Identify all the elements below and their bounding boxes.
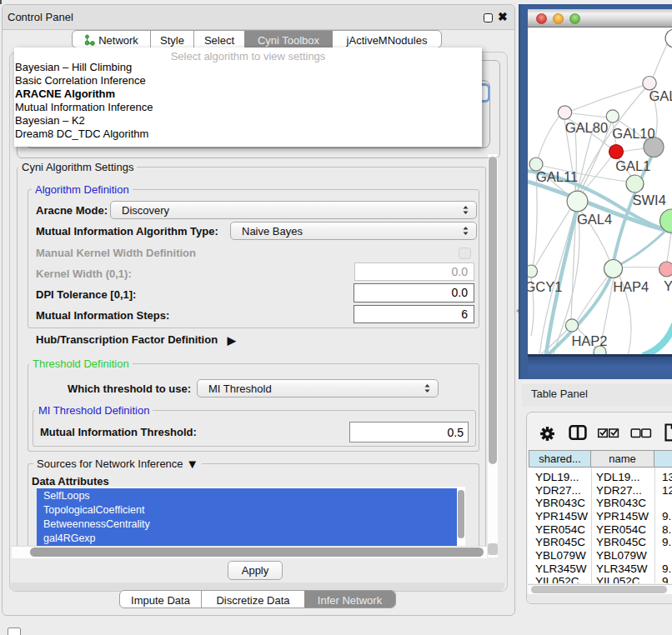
svg-text:GAL4: GAL4 xyxy=(577,212,612,227)
svg-text:GAL7: GAL7 xyxy=(649,88,672,103)
svg-text:GAL1: GAL1 xyxy=(615,158,650,173)
svg-text:GCY1: GCY1 xyxy=(528,279,562,294)
svg-text:YJ: YJ xyxy=(664,278,672,293)
svg-text:HAP4: HAP4 xyxy=(613,279,649,294)
svg-text:GAL10: GAL10 xyxy=(612,126,654,141)
svg-text:GAL80: GAL80 xyxy=(565,120,608,135)
svg-text:SWI4: SWI4 xyxy=(633,192,666,208)
svg-text:HAP2: HAP2 xyxy=(571,333,607,348)
svg-text:GAL11: GAL11 xyxy=(536,169,578,184)
